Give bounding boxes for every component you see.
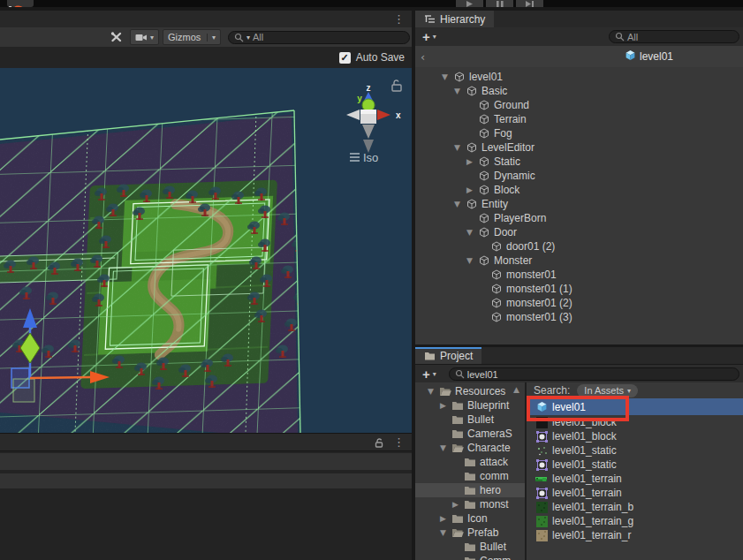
- asset-label: level01_terrain: [552, 473, 622, 485]
- row-label: Entity: [481, 198, 508, 210]
- hierarchy-row[interactable]: Fog: [415, 126, 743, 140]
- gameobject-icon: [479, 185, 489, 195]
- hierarchy-row[interactable]: ▶Block: [415, 183, 743, 197]
- hierarchy-row[interactable]: Dynamic: [415, 169, 743, 183]
- back-chevron-icon[interactable]: ‹: [421, 50, 425, 64]
- top-transport-bar: [0, 0, 743, 7]
- hierarchy-row[interactable]: Ground: [415, 98, 743, 112]
- project-folder-row[interactable]: ▶monst: [415, 497, 525, 511]
- search-scope-dropdown[interactable]: In Assets ▾: [577, 384, 638, 397]
- play-button[interactable]: [456, 0, 483, 7]
- foldout-arrow-icon[interactable]: ▼: [440, 528, 451, 537]
- chevron-down-icon[interactable]: ▾: [433, 370, 436, 378]
- hierarchy-row[interactable]: monster01 (1): [415, 282, 743, 296]
- asset-result-row[interactable]: level01_terrain_b: [527, 500, 743, 514]
- pause-button[interactable]: [486, 0, 513, 7]
- project-folder-row[interactable]: comm: [415, 469, 525, 483]
- asset-label: level01_terrain_g: [552, 515, 633, 527]
- scroll-up-arrow-icon[interactable]: ▲: [513, 385, 519, 394]
- asset-result-row[interactable]: level01_terrain: [527, 472, 743, 486]
- collapsed-row[interactable]: [0, 473, 412, 488]
- gizmos-dropdown-button[interactable]: Gizmos ▾: [163, 29, 221, 45]
- asset-result-row[interactable]: level01_static: [527, 443, 743, 458]
- asset-result-row[interactable]: level01_terrain_g: [527, 514, 743, 528]
- breadcrumb-item[interactable]: level01: [625, 49, 673, 64]
- asset-result-row[interactable]: level01_block: [527, 429, 743, 443]
- hierarchy-row[interactable]: ▼Basic: [415, 84, 743, 98]
- unlock-icon[interactable]: [374, 437, 384, 448]
- asset-result-row[interactable]: level01_static: [527, 458, 743, 472]
- gameobject-icon: [491, 312, 502, 322]
- gameobject-icon: [479, 255, 489, 266]
- hierarchy-row[interactable]: ▼Door: [415, 225, 743, 239]
- project-folder-row[interactable]: Bullet: [415, 540, 525, 554]
- folder-icon: [464, 541, 476, 552]
- project-folder-row[interactable]: ▼Prefab: [415, 526, 525, 540]
- project-folder-row[interactable]: hero: [415, 483, 525, 497]
- row-label: Dynamic: [494, 170, 535, 182]
- hierarchy-row[interactable]: ▼Entity: [415, 197, 743, 211]
- hierarchy-row[interactable]: ▼Monster: [415, 254, 743, 268]
- row-label: PlayerBorn: [494, 212, 546, 224]
- foldout-arrow-icon[interactable]: ▼: [428, 387, 439, 396]
- foldout-arrow-icon[interactable]: ▶: [440, 401, 451, 410]
- asset-result-row[interactable]: level01_terrain_r: [527, 528, 743, 542]
- create-button[interactable]: +: [422, 30, 430, 43]
- hierarchy-row[interactable]: door01 (2): [415, 239, 743, 254]
- foldout-arrow-icon[interactable]: ▶: [440, 514, 451, 523]
- prefab-icon: [536, 401, 548, 412]
- project-folder-row[interactable]: Bullet: [415, 412, 525, 427]
- hierarchy-search-input[interactable]: All: [609, 30, 739, 43]
- chevron-down-icon[interactable]: ▾: [433, 33, 436, 41]
- foldout-arrow-icon[interactable]: ▶: [466, 185, 478, 194]
- foldout-arrow-icon[interactable]: ▼: [466, 228, 478, 237]
- hierarchy-row[interactable]: monster01 (2): [415, 296, 743, 310]
- bottom-menu-kebab-icon[interactable]: ⋮: [393, 436, 405, 448]
- project-folder-row[interactable]: ▶Icon: [415, 511, 525, 526]
- asset-label: level01_static: [552, 444, 617, 457]
- asset-result-row[interactable]: level01_block: [527, 415, 743, 429]
- project-folder-row[interactable]: CameraS: [415, 427, 525, 441]
- foldout-arrow-icon[interactable]: ▼: [454, 200, 466, 208]
- project-folder-row[interactable]: Comm: [415, 554, 525, 560]
- check-icon: ✓: [341, 53, 349, 63]
- foldout-arrow-icon[interactable]: ▼: [440, 443, 451, 452]
- hierarchy-row[interactable]: Terrain: [415, 112, 743, 126]
- collab-icon[interactable]: [7, 0, 34, 7]
- hierarchy-row[interactable]: monster01 (3): [415, 310, 743, 324]
- project-folder-row[interactable]: ▼Resources: [415, 384, 525, 398]
- sprite-icon: [536, 488, 548, 499]
- projection-label: Iso: [363, 151, 378, 164]
- hierarchy-row[interactable]: PlayerBorn: [415, 211, 743, 225]
- foldout-arrow-icon[interactable]: ▶: [452, 500, 464, 509]
- camera-dropdown-button[interactable]: ▾: [130, 29, 159, 45]
- autosave-checkbox[interactable]: ✓: [339, 52, 351, 64]
- hierarchy-row[interactable]: ▼LevelEditor: [415, 140, 743, 155]
- asset-result-row[interactable]: level01: [527, 398, 743, 415]
- hierarchy-row[interactable]: ▼level01: [415, 70, 743, 84]
- asset-result-row[interactable]: level01_terrain: [527, 486, 743, 500]
- foldout-arrow-icon[interactable]: ▶: [466, 157, 478, 166]
- project-folder-row[interactable]: attack: [415, 455, 525, 469]
- hierarchy-toolbar: + ▾ All: [415, 27, 743, 46]
- gameobject-icon: [479, 170, 489, 181]
- project-search-value: level01: [467, 369, 498, 380]
- tab-hierarchy[interactable]: Hierarchy: [415, 11, 494, 27]
- project-search-input[interactable]: level01: [449, 367, 739, 381]
- tools-button[interactable]: [104, 29, 127, 45]
- scene-menu-kebab-icon[interactable]: ⋮: [393, 13, 405, 25]
- project-folder-row[interactable]: ▼Characte: [415, 441, 525, 455]
- foldout-arrow-icon[interactable]: ▼: [442, 72, 453, 81]
- project-folder-row[interactable]: ▶Blueprint: [415, 398, 525, 412]
- create-button[interactable]: +: [422, 367, 430, 381]
- hierarchy-row[interactable]: ▶Static: [415, 155, 743, 169]
- scene-search-input[interactable]: ▾ All: [228, 31, 410, 44]
- foldout-arrow-icon[interactable]: ▼: [454, 143, 466, 152]
- tab-project[interactable]: Project: [415, 347, 481, 364]
- step-button[interactable]: [516, 0, 543, 7]
- scene-viewport[interactable]: z y x Iso: [0, 68, 412, 433]
- foldout-arrow-icon[interactable]: ▼: [454, 87, 466, 95]
- collapsed-row[interactable]: [0, 453, 412, 470]
- foldout-arrow-icon[interactable]: ▼: [466, 256, 478, 265]
- hierarchy-row[interactable]: monster01: [415, 268, 743, 282]
